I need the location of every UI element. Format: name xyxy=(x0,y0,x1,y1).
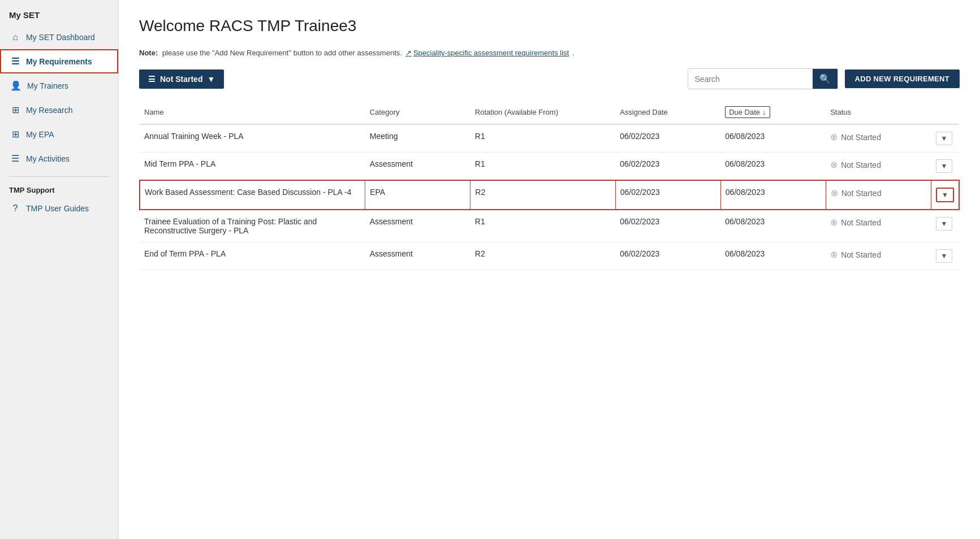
cell-due-date: 06/08/2023 xyxy=(720,153,826,181)
cell-assigned-date: 06/02/2023 xyxy=(615,180,720,210)
table-row: Mid Term PPA - PLAAssessmentR106/02/2023… xyxy=(140,153,959,181)
expand-row-button[interactable]: ▼ xyxy=(936,132,953,145)
note-text: Note: please use the "Add New Requiremen… xyxy=(139,49,402,57)
home-icon: ⌂ xyxy=(10,32,20,42)
col-header-assigned: Assigned Date xyxy=(615,101,720,124)
sidebar-item-trainers-label: My Trainers xyxy=(27,81,68,90)
sort-icon: ↓ xyxy=(762,108,766,116)
col-header-rotation: Rotation (Available From) xyxy=(470,101,615,124)
sidebar-item-user-guides-label: TMP User Guides xyxy=(26,204,89,213)
cell-name: Work Based Assessment: Case Based Discus… xyxy=(140,180,365,210)
page-title: Welcome RACS TMP Trainee3 xyxy=(139,17,960,35)
cell-category: Meeting xyxy=(365,124,470,153)
cell-assigned-date: 06/02/2023 xyxy=(615,153,720,181)
cell-action: ▼ xyxy=(931,124,959,153)
cell-due-date: 06/08/2023 xyxy=(720,210,826,242)
note-label: Note: xyxy=(139,49,158,57)
expand-row-button[interactable]: ▼ xyxy=(936,217,953,231)
cell-rotation: R2 xyxy=(470,180,615,210)
table-row: Trainee Evaluation of a Training Post: P… xyxy=(140,210,959,242)
requirements-table: Name Category Rotation (Available From) … xyxy=(139,101,960,270)
cell-status: ⊗Not Started xyxy=(826,124,931,153)
note-body: please use the "Add New Requirement" but… xyxy=(162,49,402,57)
table-row: Annual Training Week - PLAMeetingR106/02… xyxy=(140,124,959,153)
activities-icon: ☰ xyxy=(10,153,20,164)
sidebar-item-user-guides[interactable]: ? TMP User Guides xyxy=(0,197,118,220)
col-header-due-date[interactable]: Due Date ↓ xyxy=(720,101,826,124)
cell-due-date: 06/08/2023 xyxy=(720,180,826,210)
filter-list-icon: ☰ xyxy=(148,75,156,84)
expand-row-button[interactable]: ▼ xyxy=(936,159,953,173)
due-date-label: Due Date xyxy=(729,108,760,116)
toolbar: ☰ Not Started ▼ 🔍 ADD NEW REQUIREMENT xyxy=(139,68,960,89)
table-row: End of Term PPA - PLAAssessmentR206/02/2… xyxy=(140,242,959,270)
not-started-icon: ⊗ xyxy=(831,188,838,198)
sidebar-item-trainers[interactable]: 👤 My Trainers xyxy=(0,73,118,98)
status-label: Not Started xyxy=(841,189,882,198)
external-link-icon: ↗ xyxy=(405,49,412,57)
sidebar-divider xyxy=(9,176,109,177)
sidebar-item-activities-label: My Activities xyxy=(26,154,70,163)
cell-rotation: R1 xyxy=(470,124,615,153)
cell-assigned-date: 06/02/2023 xyxy=(615,124,720,153)
cell-status: ⊗Not Started xyxy=(826,242,931,270)
list-icon: ☰ xyxy=(10,56,20,67)
cell-category: Assessment xyxy=(365,242,470,270)
not-started-icon: ⊗ xyxy=(830,159,837,170)
cell-action: ▼ xyxy=(931,153,959,181)
person-icon: 👤 xyxy=(10,80,21,91)
cell-name: Mid Term PPA - PLA xyxy=(140,153,365,181)
expand-row-button[interactable]: ▼ xyxy=(936,249,953,263)
sidebar-item-research[interactable]: ⊞ My Research xyxy=(0,98,118,122)
col-header-status: Status xyxy=(826,101,931,124)
search-input[interactable] xyxy=(688,70,813,88)
search-icon: 🔍 xyxy=(819,73,831,84)
search-wrapper: 🔍 xyxy=(688,68,838,89)
add-requirement-button[interactable]: ADD NEW REQUIREMENT xyxy=(845,69,960,88)
cell-status: ⊗Not Started xyxy=(826,180,931,210)
cell-assigned-date: 06/02/2023 xyxy=(615,210,720,242)
cell-category: Assessment xyxy=(365,210,470,242)
search-button[interactable]: 🔍 xyxy=(813,69,837,89)
main-content: Welcome RACS TMP Trainee3 Note: please u… xyxy=(119,0,980,539)
cell-name: Annual Training Week - PLA xyxy=(140,124,365,153)
cell-assigned-date: 06/02/2023 xyxy=(615,242,720,270)
cell-action: ▼ xyxy=(931,180,959,210)
cell-rotation: R1 xyxy=(470,153,615,181)
status-label: Not Started xyxy=(841,218,881,227)
sidebar-item-dashboard[interactable]: ⌂ My SET Dashboard xyxy=(0,25,118,49)
cell-name: Trainee Evaluation of a Training Post: P… xyxy=(140,210,365,242)
epa-icon: ⊞ xyxy=(10,129,20,140)
sidebar: My SET ⌂ My SET Dashboard ☰ My Requireme… xyxy=(0,0,119,539)
table-row: Work Based Assessment: Case Based Discus… xyxy=(140,180,959,210)
sidebar-item-epa[interactable]: ⊞ My EPA xyxy=(0,122,118,146)
cell-category: Assessment xyxy=(365,153,470,181)
cell-name: End of Term PPA - PLA xyxy=(140,242,365,270)
sidebar-item-epa-label: My EPA xyxy=(26,130,54,139)
not-started-icon: ⊗ xyxy=(830,217,837,228)
note-bar: Note: please use the "Add New Requiremen… xyxy=(139,49,960,57)
col-header-name: Name xyxy=(140,101,365,124)
sidebar-item-requirements[interactable]: ☰ My Requirements xyxy=(0,49,118,73)
cell-category: EPA xyxy=(365,180,470,210)
not-started-icon: ⊗ xyxy=(830,249,837,260)
col-header-category: Category xyxy=(365,101,470,124)
specialty-requirements-link[interactable]: ↗ Speciality-specific assessment require… xyxy=(405,49,569,57)
cell-status: ⊗Not Started xyxy=(826,210,931,242)
question-icon: ? xyxy=(10,203,20,214)
filter-label: Not Started xyxy=(160,75,202,84)
col-header-action xyxy=(931,101,959,124)
cell-status: ⊗Not Started xyxy=(826,153,931,181)
status-label: Not Started xyxy=(841,160,881,169)
cell-rotation: R2 xyxy=(470,242,615,270)
expand-row-button[interactable]: ▼ xyxy=(936,188,954,202)
status-label: Not Started xyxy=(841,250,881,259)
filter-dropdown-icon: ▼ xyxy=(207,75,215,84)
sidebar-item-research-label: My Research xyxy=(26,106,72,115)
cell-due-date: 06/08/2023 xyxy=(720,124,826,153)
filter-button[interactable]: ☰ Not Started ▼ xyxy=(139,69,224,89)
table-header-row: Name Category Rotation (Available From) … xyxy=(140,101,959,124)
cell-due-date: 06/08/2023 xyxy=(720,242,826,270)
sidebar-item-requirements-label: My Requirements xyxy=(26,57,92,66)
sidebar-item-activities[interactable]: ☰ My Activities xyxy=(0,146,118,171)
